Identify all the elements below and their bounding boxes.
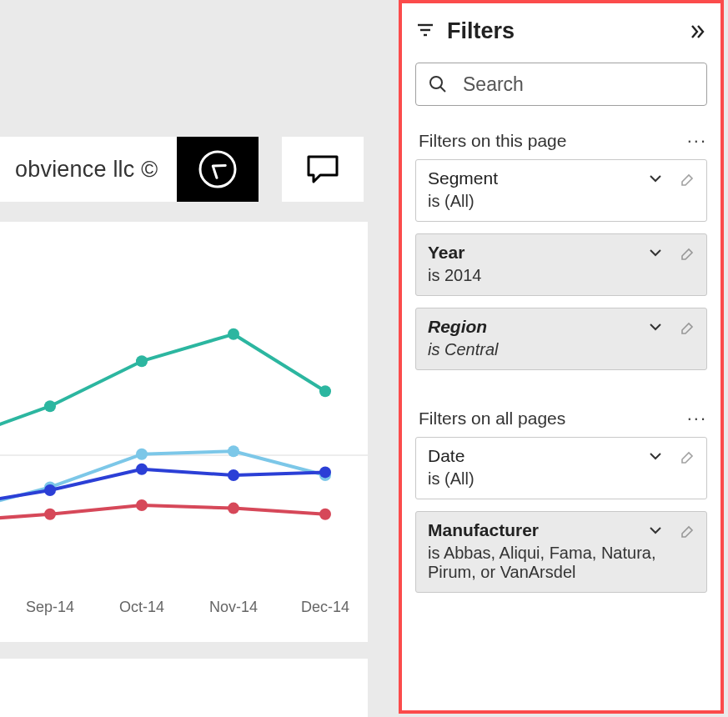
expand-filter-button[interactable] (645, 171, 666, 186)
svg-point-12 (228, 469, 239, 481)
chevron-double-right-icon (689, 23, 707, 41)
filter-name: Region (428, 317, 487, 337)
section-head-all: Filters on all pages ··· (419, 409, 707, 429)
svg-point-4 (228, 328, 239, 340)
chevron-down-icon (648, 171, 663, 186)
back-button[interactable] (177, 137, 259, 202)
filter-value: is 2014 (428, 266, 696, 285)
line-chart-svg: Sep-14Oct-14Nov-14Dec-14 (0, 280, 368, 643)
filter-name: Segment (428, 168, 498, 188)
filter-card-manufacturer[interactable]: Manufacturer is Abbas, Aliqui, Fama, Nat… (415, 511, 707, 593)
svg-text:Dec-14: Dec-14 (301, 599, 349, 615)
svg-text:Nov-14: Nov-14 (209, 599, 258, 615)
section-label: Filters on this page (419, 131, 566, 151)
clear-filter-button[interactable] (675, 244, 696, 261)
svg-point-0 (200, 152, 235, 187)
clear-filter-button[interactable] (675, 170, 696, 187)
filter-name: Year (428, 243, 464, 263)
filter-name: Manufacturer (428, 520, 539, 540)
svg-point-8 (228, 445, 239, 457)
filter-card-year[interactable]: Year is 2014 (415, 233, 707, 296)
section-menu-button[interactable]: ··· (687, 414, 707, 423)
arrow-circle-icon (195, 147, 240, 192)
brand-label: obvience llc © (15, 157, 158, 183)
filter-value: is (All) (428, 469, 696, 489)
filter-icon (415, 20, 439, 43)
clear-filter-button[interactable] (675, 318, 696, 335)
filter-value: is Central (428, 340, 696, 359)
svg-point-14 (44, 509, 56, 520)
section-label: Filters on all pages (419, 409, 565, 429)
brand-text: obvience llc © (0, 137, 177, 202)
section-head-page: Filters on this page ··· (419, 131, 707, 151)
svg-point-15 (136, 499, 148, 511)
svg-point-3 (136, 355, 148, 367)
svg-point-25 (430, 77, 442, 88)
filters-search[interactable] (415, 63, 707, 106)
chevron-down-icon (648, 523, 663, 538)
chevron-down-icon (648, 319, 663, 334)
eraser-icon (677, 522, 694, 539)
eraser-icon (677, 244, 694, 261)
comment-button[interactable] (282, 137, 364, 202)
chart-gap (0, 642, 368, 659)
clear-filter-button[interactable] (675, 522, 696, 539)
filter-value: is Abbas, Aliqui, Fama, Natura, Pirum, o… (428, 544, 696, 582)
chevron-down-icon (648, 245, 663, 260)
filters-title: Filters (447, 18, 689, 44)
filter-card-segment[interactable]: Segment is (All) (415, 159, 707, 222)
expand-filter-button[interactable] (645, 319, 666, 334)
filter-card-region[interactable]: Region is Central (415, 308, 707, 370)
expand-filter-button[interactable] (645, 245, 666, 260)
clear-filter-button[interactable] (675, 448, 696, 464)
comment-icon (304, 150, 342, 188)
search-icon (428, 74, 448, 94)
filter-name: Date (428, 446, 464, 466)
canvas-top-band (0, 0, 396, 132)
filter-value: is (All) (428, 192, 696, 211)
search-input[interactable] (461, 73, 695, 97)
line-chart-visual[interactable]: Sep-14Oct-14Nov-14Dec-14 (0, 222, 368, 643)
eraser-icon (677, 448, 694, 464)
svg-point-11 (136, 464, 148, 475)
expand-filter-button[interactable] (645, 523, 666, 538)
section-menu-button[interactable]: ··· (687, 137, 707, 145)
eraser-icon (677, 318, 694, 335)
svg-point-13 (319, 466, 331, 478)
filter-card-date[interactable]: Date is (All) (415, 437, 707, 499)
lower-white-strip (0, 659, 368, 717)
eraser-icon (677, 170, 694, 187)
svg-point-2 (44, 400, 56, 412)
collapse-pane-button[interactable] (689, 23, 707, 41)
svg-text:Sep-14: Sep-14 (26, 599, 74, 615)
svg-text:Oct-14: Oct-14 (119, 599, 164, 615)
brand-row: obvience llc © (0, 132, 396, 207)
filters-header: Filters (415, 18, 707, 44)
chevron-down-icon (648, 449, 663, 464)
svg-point-17 (319, 509, 331, 520)
filters-pane: Filters Filters on this page ··· Segment (399, 0, 724, 714)
svg-point-7 (136, 449, 148, 460)
svg-point-16 (228, 503, 239, 514)
svg-point-10 (44, 484, 56, 496)
svg-point-5 (319, 385, 331, 397)
svg-line-26 (440, 87, 445, 92)
expand-filter-button[interactable] (645, 449, 666, 464)
